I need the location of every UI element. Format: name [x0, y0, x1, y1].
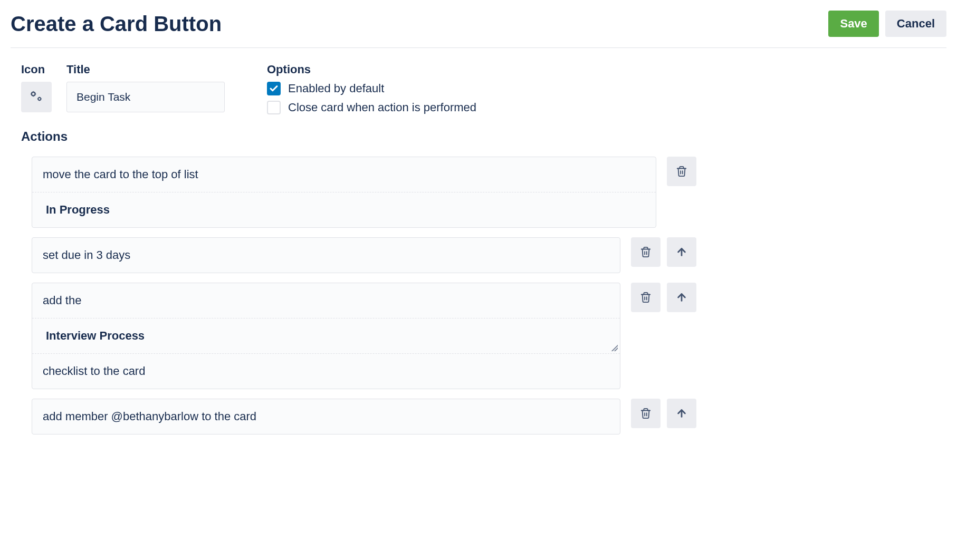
trash-icon [640, 408, 652, 419]
title-label: Title [66, 63, 225, 76]
icon-title-group: Icon Title [21, 63, 225, 114]
move-up-button[interactable] [667, 283, 696, 312]
action-row: set due in 3 days [32, 237, 696, 273]
action-card[interactable]: move the card to the top of listIn Progr… [32, 157, 656, 228]
action-controls [631, 283, 696, 312]
arrow-up-icon [676, 408, 687, 419]
config-row: Icon Title Options Enabled by default [11, 63, 946, 114]
action-controls [631, 237, 696, 267]
title-group: Title [66, 63, 225, 114]
action-row: move the card to the top of listIn Progr… [32, 157, 696, 228]
header-button-group: Save Cancel [828, 11, 946, 37]
save-button[interactable]: Save [828, 11, 878, 37]
delete-action-button[interactable] [631, 399, 661, 428]
option-close-label: Close card when action is performed [288, 101, 476, 114]
action-segment-text: checklist to the card [32, 353, 620, 389]
option-close-row: Close card when action is performed [267, 101, 476, 114]
icon-picker-button[interactable] [21, 82, 52, 112]
trash-icon [640, 292, 652, 303]
gears-icon [29, 90, 44, 104]
action-card[interactable]: add member @bethanybarlow to the card [32, 399, 620, 435]
action-card[interactable]: add theInterview Processchecklist to the… [32, 283, 620, 389]
action-row: add theInterview Processchecklist to the… [32, 283, 696, 389]
action-segment-text: set due in 3 days [32, 238, 620, 273]
options-label: Options [267, 63, 476, 76]
action-segment-text: move the card to the top of list [32, 157, 656, 192]
page-header: Create a Card Button Save Cancel [11, 11, 946, 48]
action-card[interactable]: set due in 3 days [32, 237, 620, 273]
delete-action-button[interactable] [631, 283, 661, 312]
action-controls [667, 157, 696, 186]
trash-icon [640, 246, 652, 258]
arrow-up-icon [676, 246, 687, 258]
action-segment-value: Interview Process [32, 318, 620, 353]
options-group: Options Enabled by default Close card wh… [267, 63, 476, 114]
icon-group: Icon [21, 63, 52, 114]
actions-list: move the card to the top of listIn Progr… [11, 157, 717, 435]
actions-heading: Actions [11, 129, 946, 144]
move-up-button[interactable] [667, 399, 696, 428]
delete-action-button[interactable] [667, 157, 696, 186]
option-enabled-label: Enabled by default [288, 82, 384, 95]
icon-label: Icon [21, 63, 52, 76]
action-segment-value: In Progress [32, 192, 656, 227]
arrow-up-icon [676, 292, 687, 303]
action-row: add member @bethanybarlow to the card [32, 399, 696, 435]
page-title: Create a Card Button [11, 12, 222, 36]
cancel-button[interactable]: Cancel [885, 11, 946, 37]
check-icon [269, 84, 279, 93]
option-close-checkbox[interactable] [267, 101, 281, 114]
option-enabled-checkbox[interactable] [267, 82, 281, 95]
action-segment-text: add member @bethanybarlow to the card [32, 399, 620, 434]
action-segment-text: add the [32, 283, 620, 318]
title-input[interactable] [66, 82, 225, 112]
delete-action-button[interactable] [631, 237, 661, 267]
action-controls [631, 399, 696, 428]
trash-icon [676, 166, 687, 177]
move-up-button[interactable] [667, 237, 696, 267]
option-enabled-row: Enabled by default [267, 82, 476, 95]
